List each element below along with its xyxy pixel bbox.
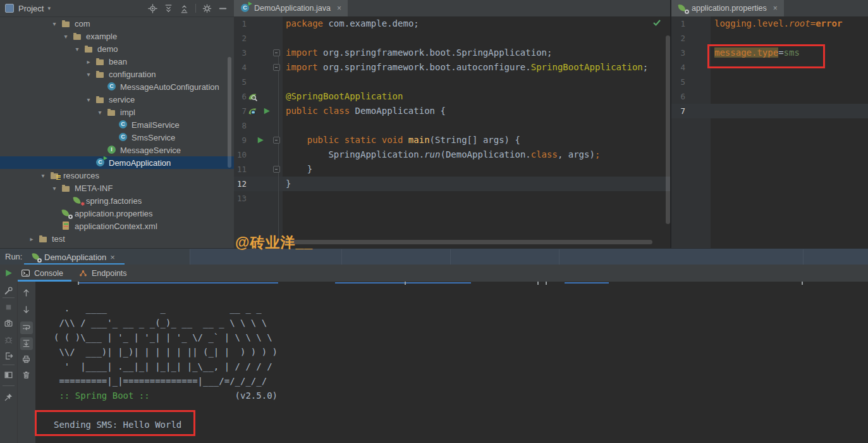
tree-item-label: bean [109, 57, 127, 66]
chevron-open-icon[interactable]: ▾ [49, 20, 59, 27]
line-number: 11 [234, 162, 247, 177]
close-icon[interactable]: × [337, 4, 341, 13]
close-icon[interactable]: × [773, 4, 778, 13]
project-panel-title[interactable]: Project [18, 4, 44, 13]
fold-marker-end[interactable] [273, 166, 280, 173]
tree-item-com[interactable]: ▾com [0, 17, 234, 30]
chevron-open-icon[interactable]: ▾ [83, 71, 94, 78]
java-editor: C▶ DemoApplication.java × 1package com.e… [234, 0, 670, 248]
rerun-icon[interactable] [4, 268, 14, 278]
spring-search-icon[interactable] [248, 92, 257, 101]
tree-item-example[interactable]: ▾example [0, 30, 234, 42]
locate-icon[interactable] [148, 4, 157, 13]
chevron-open-icon[interactable]: ▾ [95, 109, 105, 116]
project-tree-scrollbar[interactable] [228, 57, 231, 168]
fold-marker-open[interactable] [273, 137, 280, 144]
tree-item-messageservice[interactable]: IMessageService [0, 144, 234, 156]
bug-icon[interactable] [4, 335, 14, 345]
tab-endpoints[interactable]: Endpoints [78, 265, 127, 282]
expand-all-icon[interactable] [164, 4, 173, 13]
run-icon[interactable] [255, 135, 264, 144]
tree-item-impl[interactable]: ▾impl [0, 106, 234, 118]
fold-marker-closed[interactable] [273, 64, 280, 71]
trash-icon[interactable] [21, 370, 32, 380]
spring-boot-class-icon: C▶ [95, 158, 106, 167]
vertical-scrollbar[interactable] [666, 35, 670, 224]
folder-icon [73, 32, 83, 41]
chevron-open-icon[interactable]: ▾ [49, 185, 59, 192]
printer-icon[interactable] [21, 354, 32, 365]
tree-item-meta-inf[interactable]: ▾META-INF [0, 182, 234, 194]
tree-item-application-properties[interactable]: application.properties [0, 207, 234, 220]
tab-application-properties[interactable]: application.properties × [671, 0, 784, 16]
soft-wrap-icon[interactable] [20, 321, 33, 334]
tab-console[interactable]: Console [21, 265, 63, 282]
code-line: public static void main(String[] args) { [286, 133, 520, 147]
chevron-closed-icon[interactable]: ▸ [27, 235, 37, 242]
folder-icon [61, 19, 71, 28]
stop-icon[interactable] [4, 303, 14, 313]
chevron-down-icon[interactable]: ▾ [47, 5, 51, 11]
project-panel-header: Project ▾ [0, 0, 234, 17]
tab-label: DemoApplication.java [254, 4, 331, 13]
close-icon[interactable]: × [110, 253, 115, 262]
fold-marker-open[interactable] [273, 49, 280, 56]
collapse-all-icon[interactable] [180, 4, 189, 13]
endpoints-icon [78, 268, 88, 278]
run-icon[interactable] [262, 106, 271, 115]
wrench-icon[interactable] [4, 286, 14, 296]
tree-item-smsservice[interactable]: CSmsService [0, 131, 234, 144]
tree-item-applicationcontext-xml[interactable]: applicationContext.xml [0, 220, 234, 232]
line-number: 5 [671, 75, 685, 89]
settings-icon[interactable] [202, 4, 212, 13]
chevron-open-icon[interactable]: ▾ [83, 96, 94, 103]
layout-icon[interactable] [4, 370, 14, 380]
line-number: 7 [234, 104, 247, 118]
chevron-closed-icon[interactable]: ▸ [83, 58, 94, 65]
class-icon: C [107, 82, 117, 91]
tree-item-service[interactable]: ▾service [0, 93, 234, 106]
code-line: public class DemoApplication { [286, 104, 446, 118]
spring-bean-icon[interactable] [248, 106, 257, 115]
tree-item-spring-factories[interactable]: ✱spring.factories [0, 194, 234, 207]
arrow-up-icon[interactable] [21, 288, 32, 298]
code-line: @SpringBootApplication [286, 89, 403, 104]
console-toolbar-main [0, 282, 18, 443]
line-number: 1 [671, 16, 685, 31]
inspection-ok-icon[interactable] [652, 18, 661, 29]
interface-icon: I [107, 146, 117, 154]
tree-item-configuration[interactable]: ▾configuration [0, 68, 234, 80]
pin-icon[interactable] [4, 392, 14, 402]
chevron-open-icon[interactable]: ▾ [61, 33, 71, 40]
hide-icon[interactable] [218, 4, 228, 13]
current-line-highlight [234, 177, 670, 191]
resources-folder-icon [50, 171, 60, 180]
tree-item-label: demo [97, 44, 118, 54]
tree-item-demo[interactable]: ▾demo [0, 42, 234, 55]
spring-properties-icon [678, 4, 688, 13]
exit-icon[interactable] [4, 351, 14, 361]
tree-item-test[interactable]: ▸test [0, 232, 234, 245]
chevron-open-icon[interactable]: ▾ [38, 172, 48, 179]
tab-demoapplication-java[interactable]: C▶ DemoApplication.java × [234, 0, 348, 16]
tree-item-demoapplication[interactable]: C▶DemoApplication [0, 156, 234, 169]
tree-item-label: test [52, 234, 65, 244]
tree-item-bean[interactable]: ▸bean [0, 55, 234, 68]
arrow-down-icon[interactable] [21, 305, 32, 315]
spring-factories-icon: ✱ [73, 196, 83, 205]
folder-icon [39, 234, 49, 243]
horizontal-scrollbar[interactable] [283, 240, 652, 244]
console-tabbar: Console Endpoints [0, 265, 868, 282]
line-number: 2 [671, 31, 685, 46]
camera-icon[interactable] [4, 318, 14, 328]
java-code-area[interactable]: 1package com.example.demo;23import org.s… [234, 16, 670, 248]
project-tree: ▾com▾example▾demo▸bean▾configurationCMes… [0, 17, 234, 245]
editor-tabbar: application.properties × [671, 0, 868, 16]
tree-item-emailservice[interactable]: CEmailService [0, 118, 234, 131]
run-tab-label: DemoApplication [44, 253, 106, 262]
tree-item-resources[interactable]: ▾resources [0, 169, 234, 182]
scroll-end-icon[interactable] [20, 337, 33, 350]
tree-item-label: META-INF [75, 184, 113, 193]
chevron-open-icon[interactable]: ▾ [72, 46, 82, 53]
tree-item-messageautoconfiguration[interactable]: CMessageAutoConfiguration [0, 80, 234, 93]
